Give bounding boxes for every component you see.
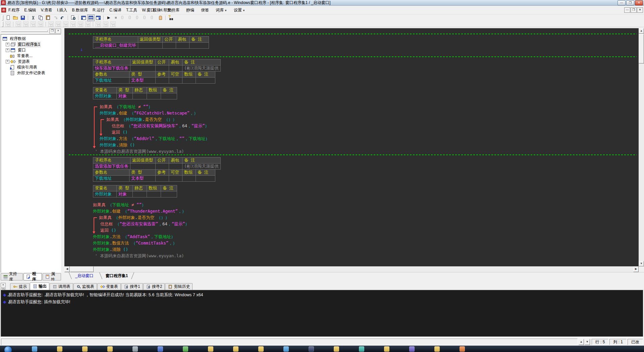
cut-button[interactable] [30, 15, 37, 21]
taskbar-app-icon[interactable] [57, 346, 62, 352]
stop-button[interactable] [113, 15, 119, 21]
code-line[interactable]: 外部对象.清除 () [100, 142, 639, 148]
layout-three-button[interactable] [95, 15, 102, 21]
bottom-tab-调用表[interactable]: 调用表 [50, 283, 73, 290]
align-tool-button[interactable] [62, 21, 69, 27]
tree-item[interactable]: +资源表 [1, 59, 61, 64]
code-line[interactable]: 外部对象.创建 （“FG2CatchUrl.Netscape”，） [100, 110, 639, 116]
code-line[interactable]: 信息框 （“您还没有安装网际快车”，64，“提示”） [112, 123, 639, 129]
code-line[interactable]: ' 本源码来自易语言资源网(www.eyuyan.la) [95, 253, 639, 259]
align-tool-button[interactable] [48, 21, 54, 27]
hand-button[interactable] [157, 15, 164, 21]
code-line[interactable]: ' 本源码来自易语言资源网(www.eyuyan.la) [95, 148, 639, 155]
align-tool-button[interactable] [110, 21, 116, 27]
code-line[interactable]: 如果真 （外部对象.是否为空 （）） [99, 214, 639, 221]
close-button[interactable]: ✕ [635, 0, 643, 5]
taskbar-app-icon[interactable] [183, 346, 188, 352]
mdi-close-button[interactable]: ✕ [637, 7, 643, 13]
bottom-tab-输出[interactable]: 输出 [30, 282, 49, 290]
code-line[interactable]: 外部对象.数值方法 （“CommitTasks”，） [93, 240, 639, 246]
taskbar-app-icon[interactable] [132, 346, 138, 352]
mdi-minimize-button[interactable]: — [624, 7, 630, 13]
bottom-tab-搜寻1[interactable]: 搜寻1 [121, 283, 143, 290]
align-tool-button[interactable] [77, 21, 84, 27]
paste-button[interactable] [45, 15, 51, 21]
taskbar-app-icon[interactable] [258, 346, 264, 352]
run-button[interactable] [105, 15, 112, 21]
code-line[interactable]: 返回 () [112, 129, 639, 135]
toolbar-grip[interactable] [2, 15, 3, 20]
vertical-scroll-thumb[interactable] [639, 34, 644, 63]
bottom-tab-监视表[interactable]: 监视表 [73, 283, 97, 290]
mdi-restore-button[interactable]: ❐ [631, 7, 637, 13]
menu-item[interactable]: C.编译 [107, 7, 124, 13]
preview-button[interactable] [70, 15, 76, 21]
align-tool-button[interactable] [102, 21, 109, 27]
expander-icon[interactable]: + [6, 60, 9, 63]
align-tool-button[interactable] [22, 21, 29, 27]
editor-vertical-scrollbar[interactable]: ▲ ▼ [639, 28, 644, 266]
scroll-up-button[interactable]: ▲ [639, 28, 644, 34]
menu-item[interactable]: 词库▼ [212, 7, 230, 14]
align-tool-button[interactable] [15, 21, 22, 27]
tree-item[interactable]: 常量表... [1, 53, 61, 59]
menu-item[interactable]: 支持库 [164, 7, 183, 14]
panel-restore-button[interactable]: ❒ [49, 29, 55, 34]
code-line[interactable]: 信息框 （“您还没有安装迅雷”，64，“提示”） [100, 221, 639, 227]
bottom-tab-变量表[interactable]: 变量表 [97, 283, 121, 290]
taskbar-app-icon[interactable] [359, 346, 364, 352]
tree-item[interactable]: +窗口程序集1 [1, 42, 61, 47]
save-button[interactable] [19, 15, 26, 21]
scroll-left-button[interactable]: ◀ [64, 266, 70, 272]
code-line[interactable]: 外部对象.方法 （“AddTask”，下载地址） [93, 233, 639, 240]
taskbar-app-icon[interactable] [384, 346, 389, 352]
menu-item[interactable]: E.编辑 [22, 7, 38, 13]
bottom-tab-剪辑历史[interactable]: 剪辑历史 [165, 283, 193, 290]
bottom-tab-搜寻2[interactable]: 搜寻2 [143, 283, 165, 290]
tree-item[interactable]: 外部文件记录表 [1, 70, 61, 76]
code-line[interactable]: 如果真 （下载地址 ≠ “”） [100, 103, 639, 110]
drag-grip[interactable] [1, 30, 48, 32]
code-line[interactable]: 外部对象.创建 （“ThunderAgent.Agent”，） [93, 208, 639, 214]
new-file-button[interactable] [5, 15, 11, 21]
menu-item[interactable]: F.程序 [6, 7, 22, 13]
debug-step-over-button[interactable] [135, 15, 142, 21]
align-tool-button[interactable] [37, 21, 44, 27]
scroll-right-button[interactable]: ▶ [633, 266, 639, 272]
align-tool-button[interactable] [5, 21, 11, 27]
code-line[interactable]: 返回 () [100, 227, 639, 233]
align-tool-button[interactable] [70, 21, 76, 27]
tree-item[interactable]: +窗口 [1, 47, 61, 53]
debug-restart-button[interactable] [120, 15, 127, 21]
align-tool-button[interactable] [85, 21, 91, 27]
taskbar-app-icon[interactable] [208, 346, 213, 352]
expander-icon[interactable]: + [6, 43, 9, 46]
taskbar-app-icon[interactable] [409, 346, 415, 352]
restore-button[interactable]: ❐ [626, 0, 634, 5]
editor-horizontal-scrollbar[interactable]: ◀ ▶ [64, 266, 639, 272]
layout-one-button[interactable] [80, 15, 87, 21]
menu-item[interactable]: 模块 [149, 7, 164, 14]
taskbar-app-icon[interactable] [460, 346, 465, 352]
sidebar-tab-程序[interactable]: 程序 [23, 273, 42, 280]
panel-close-button[interactable]: × [55, 29, 61, 34]
bottom-panel-close-button[interactable]: × [1, 283, 6, 288]
bottom-tab-提示[interactable]: 提示 [10, 283, 30, 290]
align-tool-button[interactable] [55, 21, 62, 27]
code-line[interactable]: 如果真 （下载地址 ≠ “”） [93, 202, 639, 208]
code-line[interactable]: 外部对象.清除 () [93, 246, 639, 253]
toolbar-grip[interactable] [2, 21, 3, 27]
taskbar-app-icon[interactable] [233, 346, 238, 352]
tree-item[interactable]: 模块引用表 [1, 64, 61, 70]
undo-button[interactable] [59, 15, 66, 21]
status-up-button[interactable]: ▲ [579, 339, 584, 345]
vertical-splitter[interactable] [62, 27, 64, 281]
copy-button[interactable] [37, 15, 44, 21]
status-down-button[interactable]: ▼ [585, 339, 590, 345]
taskbar-app-icon[interactable] [32, 346, 37, 352]
debug-step-out-button[interactable] [142, 15, 149, 21]
menu-item[interactable]: B.数据库 [70, 7, 90, 13]
code-line[interactable]: 外部对象.方法 （“AddUrl”，下载地址，“”，下载地址） [100, 135, 639, 142]
menu-item[interactable]: 便签 [198, 7, 212, 14]
doc-tab-_启动窗口[interactable]: _启动窗口 [69, 272, 100, 279]
